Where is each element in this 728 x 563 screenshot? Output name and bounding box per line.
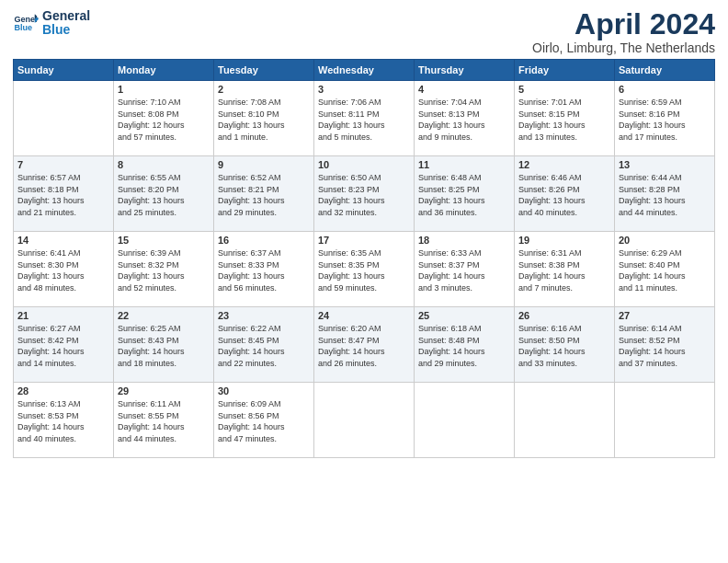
col-thursday: Thursday [415, 60, 515, 81]
cell-info: Sunrise: 6:52 AM Sunset: 8:21 PM Dayligh… [218, 172, 310, 218]
table-row: 3Sunrise: 7:06 AM Sunset: 8:11 PM Daylig… [314, 81, 415, 156]
table-row: 23Sunrise: 6:22 AM Sunset: 8:45 PM Dayli… [214, 307, 314, 383]
location-title: Oirlo, Limburg, The Netherlands [532, 40, 715, 55]
col-friday: Friday [515, 60, 615, 81]
table-row: 19Sunrise: 6:31 AM Sunset: 8:38 PM Dayli… [515, 232, 615, 307]
day-number: 23 [218, 310, 310, 321]
day-number: 12 [518, 159, 610, 170]
table-row: 8Sunrise: 6:55 AM Sunset: 8:20 PM Daylig… [114, 156, 214, 232]
cell-info: Sunrise: 6:14 AM Sunset: 8:52 PM Dayligh… [619, 323, 711, 369]
table-row: 16Sunrise: 6:37 AM Sunset: 8:33 PM Dayli… [214, 232, 314, 307]
cell-info: Sunrise: 6:09 AM Sunset: 8:56 PM Dayligh… [218, 398, 310, 444]
cell-info: Sunrise: 6:25 AM Sunset: 8:43 PM Dayligh… [118, 323, 210, 369]
table-row: 10Sunrise: 6:50 AM Sunset: 8:23 PM Dayli… [314, 156, 415, 232]
day-number: 17 [318, 235, 410, 246]
calendar-week-row: 7Sunrise: 6:57 AM Sunset: 8:18 PM Daylig… [14, 156, 715, 232]
day-number: 24 [318, 310, 410, 321]
table-row: 11Sunrise: 6:48 AM Sunset: 8:25 PM Dayli… [415, 156, 515, 232]
table-row: 1Sunrise: 7:10 AM Sunset: 8:08 PM Daylig… [114, 81, 214, 156]
table-row: 28Sunrise: 6:13 AM Sunset: 8:53 PM Dayli… [14, 383, 114, 458]
cell-info: Sunrise: 6:39 AM Sunset: 8:32 PM Dayligh… [118, 247, 210, 293]
table-row [515, 383, 615, 458]
table-row: 27Sunrise: 6:14 AM Sunset: 8:52 PM Dayli… [615, 307, 715, 383]
table-row: 20Sunrise: 6:29 AM Sunset: 8:40 PM Dayli… [615, 232, 715, 307]
table-row: 22Sunrise: 6:25 AM Sunset: 8:43 PM Dayli… [114, 307, 214, 383]
cell-info: Sunrise: 6:48 AM Sunset: 8:25 PM Dayligh… [418, 172, 510, 218]
cell-info: Sunrise: 6:41 AM Sunset: 8:30 PM Dayligh… [17, 247, 109, 293]
day-number: 13 [619, 159, 711, 170]
table-row: 7Sunrise: 6:57 AM Sunset: 8:18 PM Daylig… [14, 156, 114, 232]
title-block: April 2024 Oirlo, Limburg, The Netherlan… [532, 9, 715, 55]
cell-info: Sunrise: 7:06 AM Sunset: 8:11 PM Dayligh… [318, 97, 410, 143]
cell-info: Sunrise: 6:55 AM Sunset: 8:20 PM Dayligh… [118, 172, 210, 218]
table-row: 21Sunrise: 6:27 AM Sunset: 8:42 PM Dayli… [14, 307, 114, 383]
table-row [314, 383, 415, 458]
day-number: 5 [518, 84, 610, 95]
cell-info: Sunrise: 6:16 AM Sunset: 8:50 PM Dayligh… [518, 323, 610, 369]
table-row: 9Sunrise: 6:52 AM Sunset: 8:21 PM Daylig… [214, 156, 314, 232]
table-row [615, 383, 715, 458]
table-row: 17Sunrise: 6:35 AM Sunset: 8:35 PM Dayli… [314, 232, 415, 307]
col-sunday: Sunday [14, 60, 114, 81]
day-number: 4 [418, 84, 510, 95]
day-number: 28 [17, 385, 109, 396]
col-wednesday: Wednesday [314, 60, 415, 81]
day-number: 29 [118, 385, 210, 396]
col-monday: Monday [114, 60, 214, 81]
day-number: 22 [118, 310, 210, 321]
calendar-week-row: 14Sunrise: 6:41 AM Sunset: 8:30 PM Dayli… [14, 232, 715, 307]
cell-info: Sunrise: 6:13 AM Sunset: 8:53 PM Dayligh… [17, 398, 109, 444]
calendar-week-row: 28Sunrise: 6:13 AM Sunset: 8:53 PM Dayli… [14, 383, 715, 458]
cell-info: Sunrise: 6:46 AM Sunset: 8:26 PM Dayligh… [518, 172, 610, 218]
table-row [415, 383, 515, 458]
cell-info: Sunrise: 6:37 AM Sunset: 8:33 PM Dayligh… [218, 247, 310, 293]
cell-info: Sunrise: 6:31 AM Sunset: 8:38 PM Dayligh… [518, 247, 610, 293]
logo-text-general: General [42, 9, 90, 23]
col-saturday: Saturday [615, 60, 715, 81]
day-number: 9 [218, 159, 310, 170]
calendar-week-row: 1Sunrise: 7:10 AM Sunset: 8:08 PM Daylig… [14, 81, 715, 156]
table-row: 13Sunrise: 6:44 AM Sunset: 8:28 PM Dayli… [615, 156, 715, 232]
cell-info: Sunrise: 6:57 AM Sunset: 8:18 PM Dayligh… [17, 172, 109, 218]
table-row: 4Sunrise: 7:04 AM Sunset: 8:13 PM Daylig… [415, 81, 515, 156]
cell-info: Sunrise: 6:35 AM Sunset: 8:35 PM Dayligh… [318, 247, 410, 293]
header-row: General Blue General Blue April 2024 Oir… [13, 9, 715, 55]
day-number: 15 [118, 235, 210, 246]
day-number: 21 [17, 310, 109, 321]
table-row: 25Sunrise: 6:18 AM Sunset: 8:48 PM Dayli… [415, 307, 515, 383]
day-number: 26 [518, 310, 610, 321]
month-title: April 2024 [532, 9, 715, 39]
cell-info: Sunrise: 6:22 AM Sunset: 8:45 PM Dayligh… [218, 323, 310, 369]
table-row: 26Sunrise: 6:16 AM Sunset: 8:50 PM Dayli… [515, 307, 615, 383]
day-number: 8 [118, 159, 210, 170]
svg-text:Blue: Blue [14, 24, 32, 33]
cell-info: Sunrise: 6:29 AM Sunset: 8:40 PM Dayligh… [619, 247, 711, 293]
cell-info: Sunrise: 6:27 AM Sunset: 8:42 PM Dayligh… [17, 323, 109, 369]
day-number: 2 [218, 84, 310, 95]
day-number: 27 [619, 310, 711, 321]
day-number: 3 [318, 84, 410, 95]
calendar-header-row: Sunday Monday Tuesday Wednesday Thursday… [14, 60, 715, 81]
cell-info: Sunrise: 6:18 AM Sunset: 8:48 PM Dayligh… [418, 323, 510, 369]
day-number: 20 [619, 235, 711, 246]
table-row: 2Sunrise: 7:08 AM Sunset: 8:10 PM Daylig… [214, 81, 314, 156]
day-number: 30 [218, 385, 310, 396]
cell-info: Sunrise: 6:20 AM Sunset: 8:47 PM Dayligh… [318, 323, 410, 369]
cell-info: Sunrise: 6:11 AM Sunset: 8:55 PM Dayligh… [118, 398, 210, 444]
day-number: 6 [619, 84, 711, 95]
table-row: 14Sunrise: 6:41 AM Sunset: 8:30 PM Dayli… [14, 232, 114, 307]
calendar-week-row: 21Sunrise: 6:27 AM Sunset: 8:42 PM Dayli… [14, 307, 715, 383]
cell-info: Sunrise: 6:59 AM Sunset: 8:16 PM Dayligh… [619, 97, 711, 143]
cell-info: Sunrise: 6:50 AM Sunset: 8:23 PM Dayligh… [318, 172, 410, 218]
logo-icon: General Blue [13, 10, 39, 36]
day-number: 25 [418, 310, 510, 321]
day-number: 19 [518, 235, 610, 246]
table-row: 18Sunrise: 6:33 AM Sunset: 8:37 PM Dayli… [415, 232, 515, 307]
table-row: 24Sunrise: 6:20 AM Sunset: 8:47 PM Dayli… [314, 307, 415, 383]
logo-text-blue: Blue [42, 23, 90, 37]
cell-info: Sunrise: 7:01 AM Sunset: 8:15 PM Dayligh… [518, 97, 610, 143]
cell-info: Sunrise: 7:08 AM Sunset: 8:10 PM Dayligh… [218, 97, 310, 143]
table-row [14, 81, 114, 156]
day-number: 10 [318, 159, 410, 170]
day-number: 1 [118, 84, 210, 95]
